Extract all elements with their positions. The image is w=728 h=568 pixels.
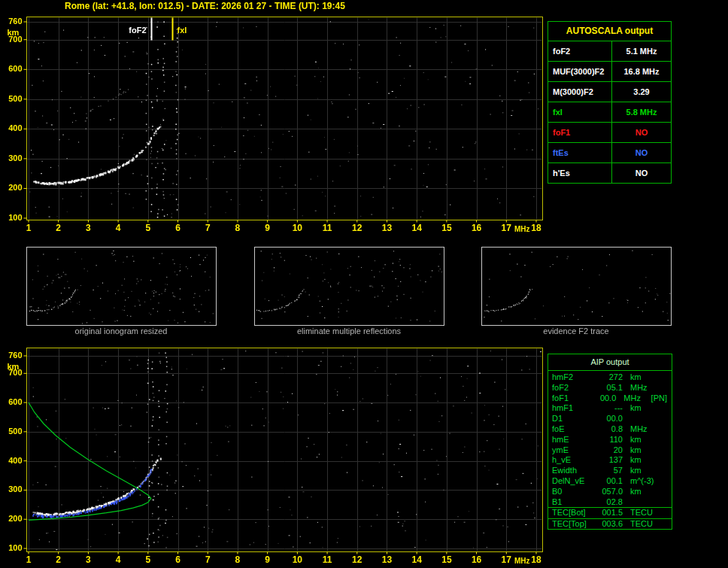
aip-tec-rows: TEC[Bot]001.5TECUTEC[Top]003.6TECU	[548, 507, 672, 529]
autoscala-table-header: AUTOSCALA output	[548, 22, 671, 41]
param-note: [PN]	[651, 393, 668, 404]
param-label: fxI	[548, 102, 611, 122]
param-value: 05.1	[597, 383, 623, 393]
aip-table-row: hmF2272km	[548, 372, 672, 383]
param-value: 001.5	[597, 508, 623, 518]
aip-table-rows: hmF2272kmfoF205.1MHzfoF100.0MHz[PN]hmF1-…	[548, 371, 672, 507]
param-unit: km	[623, 445, 660, 456]
param-unit: MHz	[616, 393, 651, 404]
aip-table-row: DelN_vE00.1m^(-3)	[548, 476, 672, 487]
param-value: NO	[611, 143, 671, 163]
param-label: ymE	[552, 445, 597, 456]
autoscala-table-row: MUF(3000)F216.8 MHz	[548, 61, 671, 81]
autoscala-table-row: ftEsNO	[548, 142, 671, 163]
param-label: B0	[552, 487, 597, 497]
param-value: 00.0	[597, 414, 623, 424]
param-unit: km	[623, 435, 660, 445]
aip-table-row: foF100.0MHz[PN]	[548, 393, 672, 404]
aip-table-row: Ewidth57km	[548, 466, 672, 476]
param-unit: km	[623, 466, 660, 476]
param-unit: m^(-3)	[623, 476, 660, 487]
param-value: NO	[611, 163, 671, 183]
aip-table-row: ymE20km	[548, 445, 672, 456]
aip-table-row: TEC[Bot]001.5TECU	[548, 508, 672, 519]
autoscala-table-row: fxI5.8 MHz	[548, 102, 671, 122]
aip-table-row: hmF1---km	[548, 403, 672, 414]
autoscala-table-row: foF25.1 MHz	[548, 41, 671, 61]
param-label: TEC[Top]	[552, 519, 597, 530]
param-label: TEC[Bot]	[552, 508, 597, 518]
param-label: hmF2	[552, 372, 597, 383]
param-value: 137	[597, 455, 623, 466]
param-value: 00.0	[593, 393, 616, 404]
aip-table-row: foF205.1MHz	[548, 383, 672, 393]
param-label: DelN_vE	[552, 476, 597, 487]
param-label: foF1	[548, 123, 611, 142]
aip-table-row: hmE110km	[548, 435, 672, 445]
autoscala-screen: Rome (lat: +41.8, lon: 012.5) - DATE: 20…	[0, 0, 728, 568]
param-unit: TECU	[623, 519, 660, 530]
param-value: 003.6	[597, 519, 623, 530]
param-value: 00.1	[597, 476, 623, 487]
param-label: hmE	[552, 435, 597, 445]
aip-table-row: B0057.0km	[548, 487, 672, 497]
autoscala-output-table: AUTOSCALA output foF25.1 MHzMUF(3000)F21…	[548, 21, 672, 184]
param-value: 0.8	[597, 424, 623, 435]
param-label: ftEs	[548, 143, 611, 163]
autoscala-table-row: foF1NO	[548, 122, 671, 142]
param-value: 272	[597, 372, 623, 383]
param-unit: km	[623, 372, 660, 383]
param-value: ---	[597, 403, 623, 414]
param-label: h'Es	[548, 163, 611, 183]
param-label: M(3000)F2	[548, 82, 611, 102]
param-unit	[623, 497, 660, 508]
param-value: 5.1 MHz	[611, 41, 671, 61]
aip-table-header: AIP output	[548, 354, 672, 371]
param-label: Ewidth	[552, 466, 597, 476]
param-unit: MHz	[623, 424, 660, 435]
param-unit: km	[623, 403, 660, 414]
param-value: NO	[611, 123, 671, 142]
aip-table-row: B102.8	[548, 497, 672, 508]
param-unit: km	[623, 487, 660, 497]
param-unit: km	[623, 455, 660, 466]
station-date-time-title: Rome (lat: +41.8, lon: 012.5) - DATE: 20…	[65, 1, 345, 11]
param-unit: MHz	[623, 383, 660, 393]
param-unit: TECU	[623, 508, 660, 518]
param-value: 057.0	[597, 487, 623, 497]
param-label: hmF1	[552, 403, 597, 414]
param-label: D1	[552, 414, 597, 424]
aip-output-table: AIP output hmF2272kmfoF205.1MHzfoF100.0M…	[548, 354, 672, 530]
thumbnail-caption-evidence: evidence F2 trace	[481, 327, 671, 336]
param-value: 02.8	[597, 497, 623, 508]
param-label: foF2	[548, 41, 611, 61]
param-value: 16.8 MHz	[611, 62, 671, 81]
thumbnail-caption-eliminate: eliminate multiple reflections	[254, 327, 444, 336]
param-label: B1	[552, 497, 597, 508]
autoscala-table-row: M(3000)F23.29	[548, 81, 671, 102]
aip-table-row: foE0.8MHz	[548, 424, 672, 435]
aip-table-row: h_vE137km	[548, 455, 672, 466]
autoscala-table-rows: foF25.1 MHzMUF(3000)F216.8 MHzM(3000)F23…	[548, 41, 671, 183]
param-label: foF2	[552, 383, 597, 393]
param-label: h_vE	[552, 455, 597, 466]
param-label: foE	[552, 424, 597, 435]
autoscala-table-row: h'EsNO	[548, 163, 671, 183]
aip-table-row: TEC[Top]003.6TECU	[548, 519, 672, 530]
param-label: foF1	[552, 393, 593, 404]
param-value: 3.29	[611, 82, 671, 102]
param-unit	[623, 414, 660, 424]
thumbnail-caption-original: original ionogram resized	[26, 327, 216, 336]
param-value: 110	[597, 435, 623, 445]
param-value: 57	[597, 466, 623, 476]
param-value: 5.8 MHz	[611, 102, 671, 122]
aip-table-row: D100.0	[548, 414, 672, 424]
param-value: 20	[597, 445, 623, 456]
param-label: MUF(3000)F2	[548, 62, 611, 81]
